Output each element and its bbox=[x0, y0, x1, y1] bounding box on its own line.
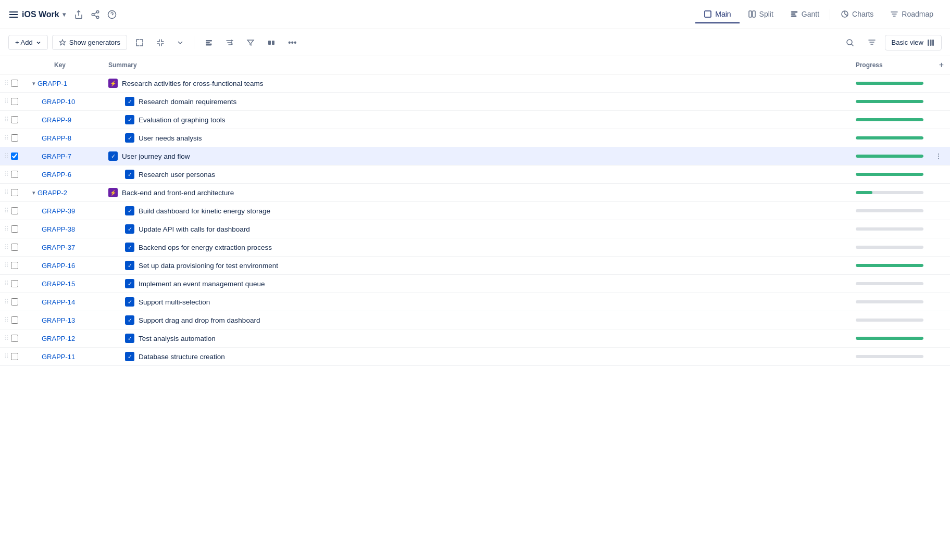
help-icon[interactable] bbox=[107, 10, 117, 19]
row-checkbox[interactable] bbox=[11, 316, 18, 324]
drag-handle[interactable]: ⠿ bbox=[4, 152, 9, 160]
tab-roadmap[interactable]: Roadmap bbox=[882, 6, 942, 23]
advanced-filter-button[interactable] bbox=[863, 35, 881, 50]
key-text[interactable]: GRAPP-14 bbox=[42, 298, 75, 306]
drag-handle[interactable]: ⠿ bbox=[4, 335, 9, 342]
row-checkbox[interactable] bbox=[11, 134, 18, 142]
key-text[interactable]: GRAPP-16 bbox=[42, 262, 75, 270]
row-checkbox[interactable] bbox=[11, 98, 18, 105]
row-checkbox[interactable] bbox=[11, 298, 18, 306]
more-button[interactable]: ••• bbox=[284, 35, 301, 50]
row-checkbox[interactable] bbox=[11, 171, 18, 178]
drag-handle[interactable]: ⠿ bbox=[4, 134, 9, 142]
svg-rect-17 bbox=[268, 41, 271, 45]
drag-handle[interactable]: ⠿ bbox=[4, 298, 9, 306]
basic-view-button[interactable]: Basic view bbox=[885, 35, 942, 50]
key-text[interactable]: GRAPP-6 bbox=[42, 171, 71, 179]
row-checkbox[interactable] bbox=[11, 152, 18, 160]
summary-text[interactable]: Implement an event management queue bbox=[139, 280, 265, 288]
filter-button[interactable] bbox=[242, 35, 259, 50]
expand-button[interactable]: ▾ bbox=[31, 189, 36, 196]
summary-text[interactable]: Support multi-selection bbox=[139, 298, 210, 306]
progress-col-header[interactable]: Progress bbox=[849, 56, 933, 74]
drag-handle[interactable]: ⠿ bbox=[4, 225, 9, 233]
add-button[interactable]: + Add bbox=[8, 35, 48, 50]
share-icon[interactable] bbox=[74, 10, 83, 19]
collapse-all-button[interactable] bbox=[152, 35, 169, 50]
row-checkbox[interactable] bbox=[11, 116, 18, 123]
key-text[interactable]: GRAPP-9 bbox=[42, 116, 71, 124]
drag-handle[interactable]: ⠿ bbox=[4, 280, 9, 287]
summary-text[interactable]: Set up data provisioning for test enviro… bbox=[139, 262, 278, 270]
summary-text[interactable]: Test analysis automation bbox=[139, 335, 216, 342]
key-text[interactable]: GRAPP-7 bbox=[42, 152, 71, 160]
key-cell: GRAPP-15 bbox=[29, 275, 102, 293]
row-checkbox[interactable] bbox=[11, 80, 18, 87]
drag-handle[interactable]: ⠿ bbox=[4, 316, 9, 324]
connect-icon[interactable] bbox=[91, 10, 100, 19]
expand-button[interactable]: ▾ bbox=[31, 80, 36, 87]
summary-text[interactable]: User journey and flow bbox=[122, 152, 190, 160]
expand-all-button[interactable] bbox=[131, 35, 148, 50]
key-text[interactable]: GRAPP-37 bbox=[42, 244, 75, 251]
table-container[interactable]: Key Summary Progress + ⠿ ▾ GRAPP-1 ⚡ Res… bbox=[0, 56, 950, 560]
tab-main[interactable]: Main bbox=[695, 6, 739, 23]
table-row: ⠿ ▾ GRAPP-2 ⚡ Back-end and front-end arc… bbox=[0, 184, 950, 202]
drag-handle[interactable]: ⠿ bbox=[4, 262, 9, 269]
row-checkbox[interactable] bbox=[11, 244, 18, 251]
search-button[interactable] bbox=[841, 35, 859, 50]
sort-button[interactable] bbox=[221, 35, 238, 50]
row-more-icon[interactable]: ⋮ bbox=[935, 152, 942, 160]
add-column-button[interactable]: + bbox=[939, 60, 944, 70]
row-checkbox[interactable] bbox=[11, 280, 18, 287]
key-text[interactable]: GRAPP-12 bbox=[42, 335, 75, 342]
summary-text[interactable]: Backend ops for energy extraction proces… bbox=[139, 244, 272, 251]
key-text[interactable]: GRAPP-8 bbox=[42, 134, 71, 142]
summary-text[interactable]: Update API with calls for dashboard bbox=[139, 225, 250, 233]
drag-handle[interactable]: ⠿ bbox=[4, 244, 9, 251]
summary-text[interactable]: Support drag and drop from dashboard bbox=[139, 316, 260, 324]
key-text[interactable]: GRAPP-13 bbox=[42, 316, 75, 324]
drag-handle[interactable]: ⠿ bbox=[4, 98, 9, 105]
drag-handle[interactable]: ⠿ bbox=[4, 171, 9, 178]
key-text[interactable]: GRAPP-15 bbox=[42, 280, 75, 288]
row-checkbox[interactable] bbox=[11, 335, 18, 342]
summary-text[interactable]: Research activities for cross-functional… bbox=[122, 80, 264, 87]
drag-handle[interactable]: ⠿ bbox=[4, 207, 9, 214]
tab-roadmap-label: Roadmap bbox=[902, 10, 933, 18]
show-generators-button[interactable]: Show generators bbox=[52, 35, 127, 50]
add-col-header[interactable]: + bbox=[933, 56, 950, 74]
key-text[interactable]: GRAPP-38 bbox=[42, 225, 75, 233]
row-checkbox[interactable] bbox=[11, 353, 18, 360]
summary-text[interactable]: Research user personas bbox=[139, 171, 215, 179]
app-title[interactable]: iOS Work ▾ bbox=[8, 9, 66, 20]
summary-text[interactable]: User needs analysis bbox=[139, 134, 202, 142]
key-text[interactable]: GRAPP-10 bbox=[42, 98, 75, 106]
group-by-button[interactable] bbox=[201, 35, 217, 50]
key-col-header[interactable]: Key bbox=[29, 56, 102, 74]
drag-handle[interactable]: ⠿ bbox=[4, 80, 9, 87]
hide-button[interactable] bbox=[263, 35, 280, 50]
drag-handle[interactable]: ⠿ bbox=[4, 353, 9, 360]
drag-handle[interactable]: ⠿ bbox=[4, 189, 9, 196]
key-text[interactable]: GRAPP-39 bbox=[42, 207, 75, 215]
key-text[interactable]: GRAPP-1 bbox=[38, 80, 67, 87]
tab-charts[interactable]: Charts bbox=[832, 6, 882, 23]
key-text[interactable]: GRAPP-11 bbox=[42, 353, 75, 361]
chevron-down-button[interactable] bbox=[173, 36, 188, 49]
row-checkbox[interactable] bbox=[11, 262, 18, 269]
tab-gantt[interactable]: Gantt bbox=[782, 6, 828, 23]
row-checkbox[interactable] bbox=[11, 207, 18, 214]
tab-split[interactable]: Split bbox=[740, 6, 782, 23]
summary-text[interactable]: Database structure creation bbox=[139, 353, 225, 361]
key-text[interactable]: GRAPP-2 bbox=[38, 189, 67, 197]
summary-text[interactable]: Build dashboard for kinetic energy stora… bbox=[139, 207, 270, 215]
summary-text[interactable]: Back-end and front-end architecture bbox=[122, 189, 234, 197]
summary-text[interactable]: Evaluation of graphing tools bbox=[139, 116, 226, 124]
drag-handle[interactable]: ⠿ bbox=[4, 116, 9, 123]
row-actions-cell bbox=[933, 329, 950, 348]
summary-text[interactable]: Research domain requirements bbox=[139, 98, 236, 106]
row-checkbox[interactable] bbox=[11, 189, 18, 196]
summary-col-header[interactable]: Summary bbox=[102, 56, 849, 74]
row-checkbox[interactable] bbox=[11, 225, 18, 233]
